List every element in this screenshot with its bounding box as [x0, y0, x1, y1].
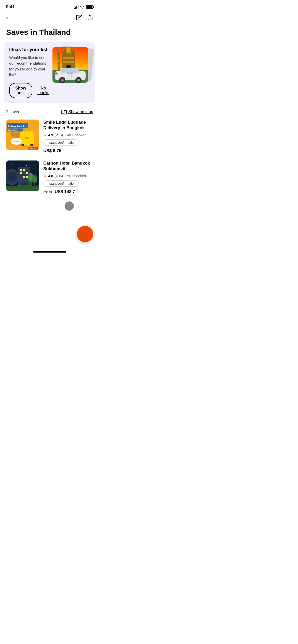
ideas-image-main: [52, 47, 88, 83]
page-title: Saves in Thailand: [0, 26, 99, 42]
svg-rect-60: [26, 172, 28, 174]
status-bar: 9:41: [0, 0, 99, 12]
svg-rect-7: [66, 48, 71, 53]
map-icon: [61, 109, 67, 114]
svg-rect-24: [67, 72, 73, 74]
ideas-title: Ideas for your list: [9, 47, 49, 52]
listing-thumbnail-luggage: Delivery Same D Bangkok SmileLugg BOOK N…: [6, 120, 39, 150]
saved-row: 2 saved Show on map: [0, 109, 99, 120]
svg-point-69: [32, 175, 37, 183]
ideas-card-content: Ideas for your list Would you like to se…: [9, 47, 52, 98]
listing-price-hotel: From US$ 142.7: [43, 189, 93, 194]
svg-text:SmileLugg: SmileLugg: [12, 141, 22, 143]
fab-container: +: [0, 226, 99, 242]
svg-rect-55: [20, 169, 22, 171]
home-bar: [33, 251, 66, 253]
dot-separator: •: [64, 133, 66, 137]
svg-point-50: [26, 165, 27, 166]
status-icons: [74, 5, 93, 9]
show-on-map-label: Show on map: [68, 110, 93, 114]
svg-rect-58: [20, 172, 22, 174]
svg-rect-70: [6, 186, 39, 191]
listing-info-hotel: Carlton Hotel Bangkok Sukhumvit ★ 4.8 (4…: [43, 160, 93, 194]
svg-rect-59: [23, 172, 25, 174]
ideas-card: Ideas for your list Would you like to se…: [4, 42, 95, 103]
svg-point-38: [30, 144, 33, 146]
review-count-hotel: (405): [55, 174, 63, 178]
svg-rect-10: [63, 61, 74, 63]
svg-rect-61: [20, 176, 22, 178]
listing-item[interactable]: Delivery Same D Bangkok SmileLugg BOOK N…: [0, 120, 99, 160]
svg-point-22: [77, 79, 80, 82]
svg-rect-4: [58, 60, 59, 62]
listing-thumbnail-hotel: [6, 160, 39, 191]
star-icon: ★: [43, 133, 47, 137]
svg-rect-2: [58, 55, 60, 70]
instant-confirmation-badge-hotel: Instant confirmation: [43, 180, 79, 187]
svg-rect-57: [26, 169, 28, 171]
svg-point-53: [7, 172, 17, 182]
signal-icon: [74, 5, 78, 9]
svg-point-48: [11, 164, 12, 165]
svg-marker-25: [61, 110, 66, 114]
svg-rect-62: [23, 176, 25, 178]
nav-bar: ‹: [0, 12, 99, 26]
add-icon: +: [83, 230, 87, 238]
home-indicator: [0, 247, 99, 255]
saved-count: 2 saved: [6, 110, 20, 114]
booked-count: 4K+ booked: [67, 133, 86, 137]
edit-icon[interactable]: [76, 14, 82, 22]
nav-actions: [76, 14, 93, 22]
star-icon-hotel: ★: [43, 174, 47, 178]
listing-item-hotel[interactable]: Carlton Hotel Bangkok Sukhumvit ★ 4.8 (4…: [0, 160, 99, 201]
svg-rect-71: [18, 185, 30, 186]
review-count: (216): [55, 133, 63, 137]
back-button[interactable]: ‹: [6, 15, 8, 21]
svg-point-37: [21, 144, 24, 146]
svg-marker-8: [67, 47, 70, 48]
share-icon[interactable]: [87, 14, 93, 22]
svg-rect-18: [55, 72, 58, 75]
wifi-icon: [80, 5, 85, 9]
listing-rating-hotel: ★ 4.8 (405) • 50+ booked: [43, 174, 93, 178]
scroll-indicator: [0, 201, 99, 211]
show-on-map-button[interactable]: Show on map: [61, 109, 93, 114]
listing-name-hotel: Carlton Hotel Bangkok Sukhumvit: [43, 160, 93, 172]
svg-rect-17: [83, 72, 86, 75]
battery-icon: [86, 5, 93, 9]
svg-rect-9: [63, 57, 74, 59]
ideas-image-stack: [52, 47, 91, 85]
booked-count-hotel: 50+ booked: [67, 174, 86, 178]
show-me-button[interactable]: Show me: [9, 83, 32, 98]
svg-text:Delivery Same D: Delivery Same D: [8, 125, 24, 127]
svg-point-51: [34, 163, 34, 164]
listing-name: Smile Lugg Luggage Delivery in Bangkok: [43, 120, 93, 131]
svg-point-49: [19, 163, 19, 163]
ideas-actions: Show me No thanks: [9, 83, 49, 98]
rating-value-hotel: 4.8: [48, 174, 53, 178]
svg-rect-36: [25, 137, 29, 139]
rating-value: 4.9: [48, 133, 53, 137]
svg-text:BOOK N...: BOOK N...: [29, 148, 36, 149]
status-time: 9:41: [6, 4, 15, 9]
svg-point-20: [61, 79, 64, 82]
add-fab-button[interactable]: +: [77, 226, 93, 242]
listing-info-luggage: Smile Lugg Luggage Delivery in Bangkok ★…: [43, 120, 93, 153]
dot-separator-hotel: •: [64, 174, 66, 178]
ideas-description: Would you like to see our recommendation…: [9, 55, 49, 78]
scroll-dot: [65, 201, 74, 211]
listing-rating: ★ 4.9 (216) • 4K+ booked: [43, 133, 93, 137]
svg-rect-56: [23, 169, 25, 171]
svg-text:Bangkok: Bangkok: [8, 129, 15, 131]
instant-confirmation-badge: Instant confirmation: [43, 139, 79, 146]
listing-price: US$ 6.75: [43, 148, 93, 153]
no-thanks-button[interactable]: No thanks: [37, 86, 49, 95]
price-prefix: From: [43, 189, 55, 194]
